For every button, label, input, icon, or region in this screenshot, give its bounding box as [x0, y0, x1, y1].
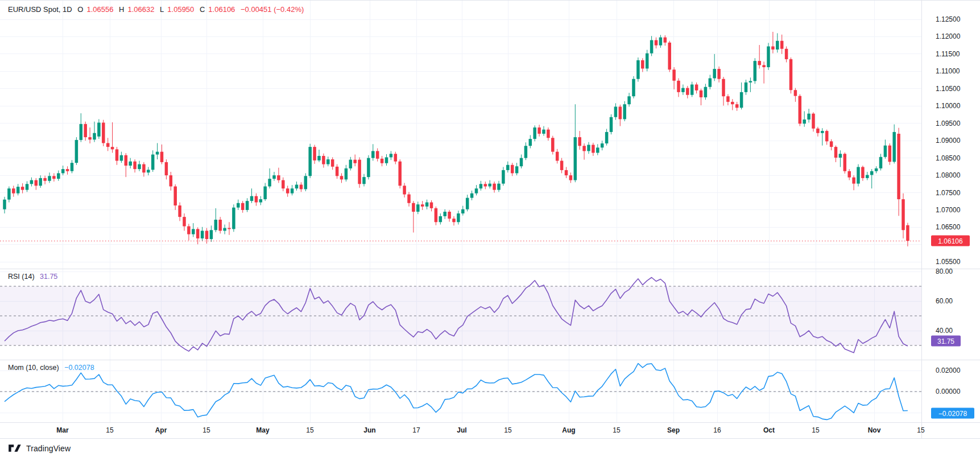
price-axis-label: 1.10000	[936, 102, 960, 110]
candle-body	[349, 160, 353, 168]
time-axis-label: 15	[613, 426, 620, 434]
candle-body	[317, 156, 321, 160]
candle-body	[304, 176, 308, 189]
candle-body	[515, 166, 519, 173]
candle-body	[367, 158, 370, 177]
candle-body	[506, 165, 510, 170]
candle-body	[115, 149, 119, 160]
time-axis-label: Jul	[457, 426, 466, 434]
candle-body	[151, 155, 155, 170]
candle-body	[308, 147, 312, 176]
candle-body	[345, 168, 348, 179]
candle-body	[659, 38, 663, 46]
candle-body	[587, 145, 590, 151]
candle-body	[479, 184, 483, 188]
candle-body	[322, 156, 325, 164]
price-axis-label: 1.11000	[936, 67, 960, 75]
candle-body	[556, 152, 559, 161]
mom-axis-label: 0.02000	[936, 367, 960, 374]
candle-body	[12, 188, 15, 193]
candle-body	[582, 146, 586, 151]
candle-body	[398, 162, 402, 186]
time-axis-label: 15	[106, 426, 113, 434]
candle-body	[879, 157, 883, 168]
chart-canvas[interactable]	[0, 1, 980, 457]
candle-body	[785, 49, 788, 59]
candle-body	[520, 158, 523, 167]
candle-body	[884, 146, 887, 157]
candle-body	[111, 147, 114, 149]
candle-body	[713, 69, 716, 78]
tradingview-logo[interactable]: TradingView	[8, 443, 71, 453]
time-axis-label: Sep	[667, 426, 680, 434]
candle-body	[839, 154, 842, 158]
price-axis-label: 1.11500	[936, 50, 960, 58]
time-axis-label: 17	[412, 426, 420, 434]
candle-body	[48, 176, 51, 181]
candle-body	[35, 180, 38, 186]
candle-body	[75, 140, 78, 163]
price-axis-label: 1.06500	[936, 223, 960, 231]
tradingview-logo-text: TradingView	[26, 444, 71, 453]
candle-body	[282, 180, 285, 189]
candle-body	[857, 167, 860, 183]
candle-body	[210, 230, 213, 239]
price-axis-label: 1.08500	[936, 154, 960, 162]
symbol-title[interactable]: EUR/USD Spot, 1D	[8, 5, 72, 14]
candle-body	[825, 131, 829, 141]
price-axis-label: 1.09000	[936, 137, 960, 145]
candle-body	[740, 92, 743, 108]
candle-body	[26, 184, 29, 190]
tradingview-chart-window: EUR/USD Spot, 1D O1.06556 H1.06632 L1.05…	[0, 0, 980, 457]
candle-body	[762, 65, 766, 67]
candle-body	[223, 228, 226, 231]
candle-body	[892, 132, 896, 162]
candle-body	[812, 114, 815, 129]
candle-body	[565, 170, 568, 175]
candle-body	[237, 203, 240, 208]
candle-body	[362, 177, 366, 184]
candle-body	[897, 134, 900, 199]
candle-body	[178, 205, 181, 217]
candle-body	[672, 69, 676, 80]
tradingview-logo-icon	[8, 443, 22, 453]
candle-body	[371, 151, 375, 158]
time-axis-label: 15	[812, 426, 819, 434]
candle-body	[655, 40, 658, 46]
candle-body	[102, 122, 105, 143]
candle-body	[435, 208, 438, 222]
candle-body	[187, 227, 191, 234]
candle-body	[794, 90, 797, 96]
rsi-value-tag: 31.75	[931, 336, 961, 347]
candle-body	[246, 201, 249, 210]
candle-body	[425, 203, 429, 207]
candle-body	[255, 196, 258, 203]
candle-body	[71, 163, 74, 171]
candle-body	[80, 124, 83, 140]
candle-body	[767, 47, 770, 68]
candle-body	[326, 159, 330, 164]
candle-body	[407, 195, 411, 203]
candle-body	[214, 220, 218, 230]
rsi-title[interactable]: RSI (14)	[8, 273, 35, 281]
candle-body	[263, 187, 267, 200]
symbol-header[interactable]: EUR/USD Spot, 1D O1.06556 H1.06632 L1.05…	[8, 5, 307, 14]
candle-body	[3, 200, 6, 209]
candle-body	[340, 176, 344, 179]
time-axis-label: Aug	[562, 426, 575, 434]
candle-body	[745, 83, 748, 92]
candle-body	[758, 61, 761, 65]
time-axis-label: 15	[306, 426, 313, 434]
candle-body	[291, 188, 293, 193]
candle-body	[717, 69, 721, 79]
candle-body	[52, 176, 56, 179]
candle-body	[542, 130, 545, 134]
candle-body	[39, 178, 42, 186]
mom-title[interactable]: Mom (10, close)	[8, 364, 59, 372]
candle-body	[385, 157, 388, 163]
candle-body	[641, 60, 644, 69]
ohlc-high: H1.06632	[119, 5, 154, 14]
candle-body	[547, 130, 550, 138]
time-axis-label: Apr	[155, 426, 167, 434]
candle-body	[416, 204, 420, 212]
